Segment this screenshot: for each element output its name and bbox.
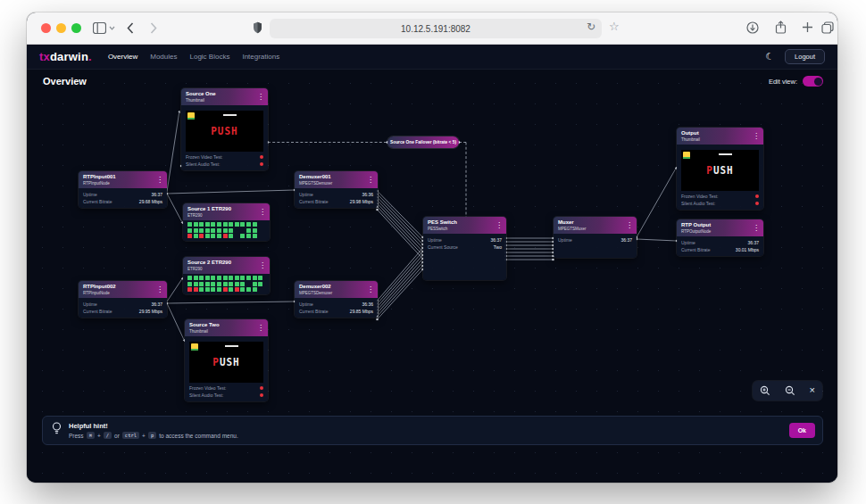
- node-title: RTP Output: [681, 222, 751, 228]
- edit-view-toggle[interactable]: [803, 76, 823, 87]
- row-label: Uptime: [83, 302, 97, 307]
- kebab-menu-icon[interactable]: ⋮: [367, 286, 374, 293]
- kebab-menu-icon[interactable]: ⋮: [753, 225, 760, 232]
- zoom-in-button[interactable]: [760, 385, 770, 396]
- hint-ok-button[interactable]: Ok: [789, 423, 815, 438]
- status-dot: [260, 393, 263, 397]
- kbd-p: p: [148, 432, 156, 440]
- etr290-status-grid: [183, 274, 270, 294]
- kebab-menu-icon[interactable]: ⋮: [753, 133, 760, 140]
- chevron-down-icon[interactable]: [109, 26, 115, 30]
- kbd-slash: /: [104, 432, 112, 440]
- node-source-two[interactable]: Source Two Thumbnail ⋮ PUSH Frozen Video…: [185, 319, 268, 401]
- node-header: Demuxer002 MPEGTSDemuxer ⋮: [295, 281, 378, 298]
- dark-mode-moon-icon[interactable]: ☾: [765, 51, 774, 62]
- failover-rule-pill[interactable]: Source One Failover (bitrate < 5): [387, 136, 459, 148]
- zoom-out-button[interactable]: [785, 385, 795, 396]
- share-icon[interactable]: [775, 21, 787, 34]
- node-subtitle: ETR290: [187, 267, 257, 271]
- node-rtpinput001[interactable]: RTPInput001 RTPInputNode ⋮ Uptime36:37 C…: [79, 171, 167, 208]
- logout-button[interactable]: Logout: [785, 49, 825, 64]
- node-header: RTP Output RTPOutputNode ⋮: [677, 219, 763, 236]
- row-label: Uptime: [681, 240, 695, 245]
- reload-icon[interactable]: ↻: [587, 21, 595, 33]
- downloads-icon[interactable]: [746, 21, 759, 34]
- nav-item-overview[interactable]: Overview: [108, 53, 137, 61]
- video-thumbnail: PUSH: [189, 342, 263, 383]
- status-dot: [260, 162, 263, 166]
- status-dot: [260, 386, 263, 390]
- minimize-window-button[interactable]: [56, 23, 66, 33]
- node-title: Source Two: [189, 322, 255, 328]
- node-graph-canvas[interactable]: Overview Edit view: Source One Thumbnail…: [27, 70, 837, 483]
- row-value: Two: [494, 244, 502, 250]
- helpful-hint-bar: Helpful hint! Press ⌘ + / or ctrl + p to…: [42, 416, 823, 445]
- node-rtpinput002[interactable]: RTPInput002 RTPInputNode ⋮ Uptime36:37 C…: [79, 281, 167, 318]
- row-label: Uptime: [83, 192, 97, 197]
- thumbnail-push-text: PUSH: [189, 355, 263, 368]
- node-source-one[interactable]: Source One Thumbnail ⋮ PUSH Frozen Video…: [181, 88, 268, 170]
- kebab-menu-icon[interactable]: ⋮: [495, 222, 503, 229]
- row-value: 29.68 Mbps: [139, 199, 162, 204]
- video-thumbnail: PUSH: [186, 111, 263, 152]
- node-title: Source One: [186, 91, 255, 97]
- zoom-reset-close-button[interactable]: ×: [810, 385, 815, 395]
- test-label: Silent Audio Test:: [189, 392, 223, 398]
- node-header: Muxer MPEGTSMuxer ⋮: [554, 217, 637, 234]
- thumbnail-overlay-marks: [223, 114, 237, 116]
- node-demuxer002[interactable]: Demuxer002 MPEGTSDemuxer ⋮ Uptime36:36 C…: [295, 281, 378, 318]
- back-button[interactable]: [127, 22, 134, 34]
- kbd-cmd: ⌘: [87, 432, 95, 440]
- node-demuxer001[interactable]: Demuxer001 MPEGTSDemuxer ⋮ Uptime36:36 C…: [295, 171, 378, 208]
- row-label: Current Bitrate: [83, 309, 112, 314]
- sidebar-toggle-icon[interactable]: [93, 22, 106, 34]
- row-value: 36:37: [747, 240, 759, 245]
- node-header: Source Two Thumbnail ⋮: [185, 319, 268, 336]
- forward-button[interactable]: [150, 22, 157, 34]
- row-label: Current Bitrate: [83, 199, 112, 204]
- thumbnail-overlay-marks: [719, 153, 732, 155]
- node-pes-switch[interactable]: PES Switch PESSwitch ⋮ Uptime36:37 Curre…: [423, 217, 506, 280]
- node-rtp-output[interactable]: RTP Output RTPOutputNode ⋮ Uptime36:37 C…: [677, 219, 763, 256]
- node-source1-etr290[interactable]: Source 1 ETR290 ETR290 ⋮: [183, 203, 270, 241]
- node-output[interactable]: Output Thumbnail ⋮ PUSH Frozen Video Tes…: [677, 128, 763, 210]
- kebab-menu-icon[interactable]: ⋮: [156, 177, 163, 184]
- test-label: Silent Audio Test:: [186, 161, 220, 167]
- browser-titlebar: 10.12.5.191:8082 ↻ ☆: [27, 12, 837, 45]
- kebab-menu-icon[interactable]: ⋮: [156, 286, 163, 293]
- channel-logo: [187, 112, 195, 120]
- row-label: Current Bitrate: [299, 309, 329, 314]
- row-label: Current Bitrate: [681, 247, 711, 252]
- nav-item-integrations[interactable]: Integrations: [242, 53, 279, 61]
- bookmark-star-icon[interactable]: ☆: [609, 20, 620, 33]
- kebab-menu-icon[interactable]: ⋮: [257, 94, 264, 101]
- hint-body: Press ⌘ + / or ctrl + p to access the co…: [69, 432, 238, 440]
- node-subtitle: RTPInputNode: [83, 181, 154, 186]
- node-title: Muxer: [558, 219, 624, 226]
- node-title: PES Switch: [428, 219, 494, 226]
- kebab-menu-icon[interactable]: ⋮: [626, 222, 633, 229]
- node-subtitle: MPEGTSDemuxer: [299, 181, 365, 186]
- row-value: 29.85 Mbps: [350, 309, 373, 314]
- nav-item-modules[interactable]: Modules: [150, 53, 177, 61]
- app-logo[interactable]: txdarwin.: [39, 50, 92, 63]
- kebab-menu-icon[interactable]: ⋮: [367, 177, 374, 184]
- node-subtitle: Thumbnail: [186, 98, 255, 103]
- etr290-status-grid: [183, 220, 270, 241]
- kebab-menu-icon[interactable]: ⋮: [259, 262, 266, 269]
- kebab-menu-icon[interactable]: ⋮: [259, 209, 266, 216]
- privacy-shield-icon[interactable]: [253, 21, 262, 34]
- nav-item-logic-blocks[interactable]: Logic Blocks: [189, 53, 229, 61]
- fullscreen-window-button[interactable]: [71, 23, 81, 33]
- row-value: 36:37: [151, 302, 162, 307]
- close-window-button[interactable]: [41, 23, 51, 33]
- row-value: 36:37: [490, 237, 502, 243]
- row-value: 29.95 Mbps: [139, 309, 162, 314]
- new-tab-icon[interactable]: [802, 21, 813, 33]
- node-muxer[interactable]: Muxer MPEGTSMuxer ⋮ Uptime36:37: [554, 217, 637, 258]
- tab-overview-icon[interactable]: [821, 21, 834, 34]
- kebab-menu-icon[interactable]: ⋮: [257, 325, 264, 332]
- node-source2-etr290[interactable]: Source 2 ETR290 ETR290 ⋮: [183, 257, 270, 294]
- row-value: 29.98 Mbps: [350, 199, 373, 204]
- url-bar[interactable]: 10.12.5.191:8082 ↻: [270, 19, 602, 38]
